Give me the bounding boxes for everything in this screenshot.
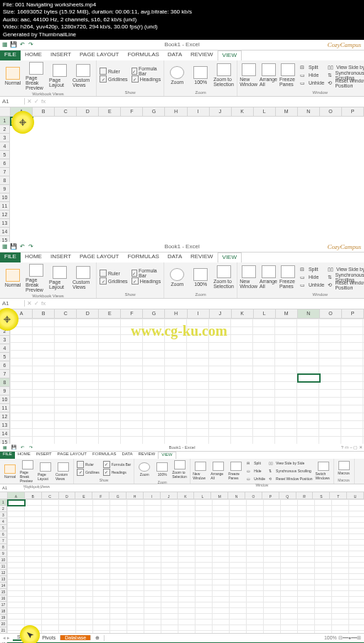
row-header[interactable]: 6 (0, 361, 10, 370)
fx-icon[interactable]: fx (41, 98, 46, 105)
col-header[interactable]: G (109, 492, 127, 499)
undo-icon[interactable]: ↶ (18, 444, 26, 451)
enter-icon[interactable]: ✓ (33, 485, 36, 490)
row-header[interactable]: 20 (0, 621, 7, 627)
active-cell[interactable] (7, 499, 26, 506)
tab-insert[interactable]: INSERT (33, 452, 55, 459)
custom-views-button[interactable]: Custom Views (72, 61, 95, 91)
row-header[interactable]: 7 (0, 538, 7, 544)
row-header[interactable]: 11 (0, 563, 7, 570)
arrange-all-button[interactable]: Arrange All (210, 459, 227, 482)
row-header[interactable]: 10 (0, 395, 10, 404)
col-header[interactable]: F (121, 107, 143, 116)
col-header[interactable]: E (99, 309, 121, 318)
col-header[interactable]: N (298, 309, 320, 318)
formula-bar-checkbox[interactable]: ✓Formula Bar (132, 68, 161, 75)
tab-file[interactable]: FILE (0, 452, 15, 459)
col-header[interactable]: E (75, 492, 92, 499)
row-header[interactable]: 4 (0, 344, 10, 353)
page-layout-button[interactable]: Page Layout (48, 263, 71, 293)
view-side-by-side-button[interactable]: ▯▯View Side by Side (269, 459, 312, 467)
page-break-preview-button[interactable]: Page Break Preview (19, 459, 36, 484)
window-controls[interactable]: ? ▭ – ▢ ✕ (341, 445, 363, 450)
zoom-selection-button[interactable]: Zoom to Selection (171, 459, 188, 479)
col-header[interactable]: M (211, 492, 228, 499)
col-header[interactable]: E (99, 107, 121, 116)
normal-view-button[interactable]: Normal (1, 61, 24, 91)
new-window-button[interactable]: New Window (239, 263, 258, 292)
col-header[interactable]: K (178, 492, 195, 499)
name-box[interactable]: A1 (0, 98, 25, 105)
row-header[interactable]: 3 (0, 512, 7, 519)
col-header[interactable]: L (194, 492, 211, 499)
row-header[interactable]: 8 (0, 176, 10, 185)
row-header[interactable]: 14 (0, 228, 10, 236)
tab-home[interactable]: HOME (15, 452, 33, 459)
normal-view-button[interactable]: Normal (1, 263, 24, 293)
normal-view-button[interactable]: Normal (1, 459, 18, 484)
reset-window-position-button[interactable]: ⟲Reset Window Position (328, 282, 364, 289)
tab-home[interactable]: HOME (21, 51, 46, 60)
headings-checkbox[interactable]: ✓Headings (103, 469, 132, 476)
select-all-button[interactable] (0, 492, 8, 499)
row-header[interactable]: 13 (0, 576, 7, 583)
zoom-100-button[interactable]: 100% (189, 263, 212, 292)
hide-button[interactable]: ▭Hide (247, 467, 265, 474)
col-header[interactable]: H (165, 309, 187, 318)
arrange-all-button[interactable]: Arrange All (259, 61, 278, 90)
row-header[interactable]: 6 (0, 159, 10, 168)
col-header[interactable]: J (161, 492, 178, 499)
col-header[interactable]: L (254, 309, 276, 318)
save-icon[interactable]: 💾 (10, 444, 17, 451)
zoom-100-button[interactable]: 100% (189, 61, 212, 90)
split-button[interactable]: ⊟Split (300, 64, 324, 71)
page-break-preview-button[interactable]: Page Break Preview (25, 61, 48, 91)
row-header[interactable]: 2 (0, 125, 10, 134)
tab-review[interactable]: REVIEW (136, 452, 159, 459)
formula-bar-checkbox[interactable]: ✓Formula Bar (103, 461, 132, 468)
arrange-all-button[interactable]: Arrange All (259, 263, 278, 292)
col-header[interactable]: C (55, 309, 77, 318)
col-header[interactable]: I (188, 309, 210, 318)
col-header[interactable]: B (25, 492, 42, 499)
switch-windows-button[interactable]: Switch Windows (315, 459, 332, 482)
col-header[interactable]: P (262, 492, 279, 499)
undo-icon[interactable]: ↶ (18, 243, 26, 250)
row-header[interactable]: 10 (0, 557, 7, 563)
tab-formulas[interactable]: FORMULAS (123, 51, 163, 60)
save-icon[interactable]: 💾 (10, 41, 17, 48)
split-button[interactable]: ⊟Split (300, 266, 324, 273)
row-header[interactable]: 19 (0, 615, 7, 621)
cancel-icon[interactable]: ✕ (27, 98, 32, 105)
row-header[interactable]: 7 (0, 370, 10, 378)
col-header[interactable]: B (33, 107, 55, 116)
col-header[interactable]: L (254, 107, 276, 116)
row-header[interactable]: 4 (0, 142, 10, 151)
col-header[interactable]: B (33, 309, 55, 318)
unhide-button[interactable]: ▭Unhide (247, 475, 265, 482)
row-header[interactable]: 2 (0, 506, 7, 512)
fx-icon[interactable]: fx (38, 485, 42, 490)
row-header[interactable]: 5 (0, 353, 10, 361)
tab-view[interactable]: VIEW (218, 253, 242, 262)
select-all-button[interactable] (0, 107, 11, 116)
name-box[interactable]: A1 (0, 300, 25, 307)
redo-icon[interactable]: ↷ (27, 243, 34, 250)
col-header[interactable]: F (121, 309, 143, 318)
col-header[interactable]: P (342, 309, 364, 318)
ruler-checkbox[interactable]: Ruler (100, 270, 128, 277)
col-header[interactable]: H (165, 107, 187, 116)
tab-page-layout[interactable]: PAGE LAYOUT (75, 253, 123, 262)
col-header[interactable]: S (313, 492, 330, 499)
row-header[interactable]: 17 (0, 602, 7, 608)
tab-view[interactable]: VIEW (158, 452, 176, 459)
col-header[interactable]: D (77, 309, 99, 318)
col-header[interactable]: D (59, 492, 76, 499)
row-header[interactable]: 8 (0, 544, 7, 551)
zoom-button[interactable]: Zoom (166, 263, 188, 292)
fx-icon[interactable]: fx (41, 300, 46, 307)
row-header[interactable]: 11 (0, 404, 10, 413)
ruler-checkbox[interactable]: Ruler (100, 68, 128, 75)
gridlines-checkbox[interactable]: ✓Gridlines (77, 469, 100, 476)
col-header[interactable]: F (92, 492, 109, 499)
